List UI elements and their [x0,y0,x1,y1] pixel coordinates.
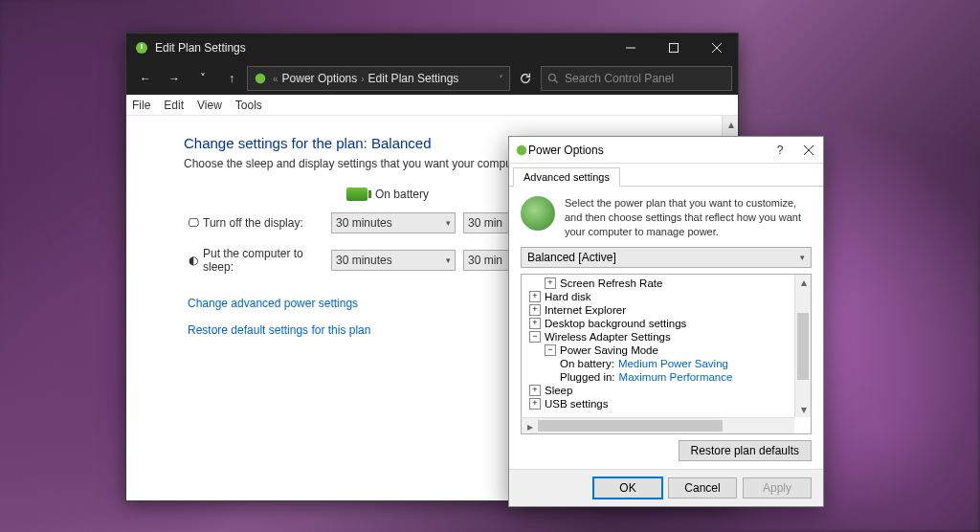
help-button[interactable]: ? [766,137,794,164]
power-icon [515,144,528,157]
expand-icon[interactable]: + [529,385,541,396]
breadcrumb-item[interactable]: Edit Plan Settings [368,72,459,85]
expand-icon[interactable]: + [529,398,541,410]
tree-leaf[interactable]: Plugged in:Maximum Performance [525,370,807,384]
row-label: Turn off the display: [203,216,331,230]
power-icon [134,40,149,55]
collapse-icon[interactable]: − [529,331,541,343]
tab-advanced-settings[interactable]: Advanced settings [513,167,620,187]
scrollbar-thumb[interactable] [531,420,723,432]
power-plan-select[interactable]: Balanced [Active] ▾ [521,247,812,268]
dialog-footer: OK Cancel Apply [509,469,823,506]
restore-plan-defaults-button[interactable]: Restore plan defaults [679,440,812,461]
horizontal-scrollbar[interactable]: ◂ ▸ [522,417,794,433]
menu-view[interactable]: View [197,99,222,112]
tree-node[interactable]: +Hard disk [525,290,807,303]
sleep-on-battery-select[interactable]: 30 minutes ▾ [331,250,456,271]
svg-point-6 [549,75,556,81]
apply-button[interactable]: Apply [743,477,812,499]
tree-node[interactable]: +Screen Refresh Rate [525,277,807,290]
refresh-button[interactable] [512,72,539,85]
cancel-button[interactable]: Cancel [668,477,737,499]
power-icon [254,72,267,85]
collapse-icon[interactable]: − [545,344,556,356]
tree-leaf[interactable]: On battery:Medium Power Saving [525,357,807,370]
close-button[interactable] [794,137,823,164]
power-options-dialog: Power Options ? Advanced settings Select… [508,136,824,507]
breadcrumb-item[interactable]: Power Options [282,72,358,85]
search-icon [547,73,559,84]
svg-line-7 [555,80,558,83]
chevron-down-icon[interactable]: ˅ [499,74,503,84]
address-bar: ← → ˅ ↑ « Power Options › Edit Plan Sett… [126,62,738,95]
ok-button[interactable]: OK [593,477,662,499]
menu-tools[interactable]: Tools [235,99,262,112]
scrollbar-thumb[interactable] [797,313,809,380]
tree-node[interactable]: −Wireless Adapter Settings [525,330,807,344]
menubar: File Edit View Tools [126,95,738,116]
tree-node[interactable]: +Internet Explorer [525,303,807,317]
chevron-right-icon: › [361,74,364,84]
minimize-button[interactable] [609,33,652,62]
sleep-icon: ◐ [184,254,203,267]
settings-tree[interactable]: +Screen Refresh Rate +Hard disk +Interne… [521,274,812,434]
chevron-down-icon: ▾ [446,255,451,265]
breadcrumb[interactable]: « Power Options › Edit Plan Settings ˅ [247,66,510,91]
expand-icon[interactable]: + [545,277,556,289]
titlebar[interactable]: Edit Plan Settings [126,33,738,62]
plugged-in-value[interactable]: Maximum Performance [619,371,733,383]
display-on-battery-select[interactable]: 30 minutes ▾ [331,212,456,233]
scroll-up-button[interactable]: ▴ [795,275,812,291]
vertical-scrollbar[interactable]: ▴ ▾ [794,275,811,417]
window-title: Edit Plan Settings [155,41,609,55]
chevron-down-icon: ▾ [446,218,451,228]
svg-rect-2 [669,44,678,53]
expand-icon[interactable]: + [529,291,541,302]
search-placeholder: Search Control Panel [565,72,674,85]
menu-file[interactable]: File [132,99,150,112]
expand-icon[interactable]: + [529,304,541,316]
chevron-left-icon: « [273,74,278,84]
chevron-down-icon: ▾ [800,253,805,262]
back-button[interactable]: ← [132,65,159,92]
dialog-body: Select the power plan that you want to c… [509,187,823,469]
svg-point-8 [517,144,527,155]
tab-strip: Advanced settings [509,164,823,187]
search-input[interactable]: Search Control Panel [541,66,732,91]
tree-node[interactable]: +Sleep [525,384,807,397]
close-button[interactable] [695,33,738,62]
expand-icon[interactable]: + [529,318,541,329]
recent-locations-button[interactable]: ˅ [189,65,216,92]
scroll-down-button[interactable]: ▾ [795,401,812,417]
up-button[interactable]: ↑ [218,65,245,92]
battery-icon [346,188,368,201]
tree-node[interactable]: +Desktop background settings [525,317,807,330]
tree-node[interactable]: −Power Saving Mode [525,344,807,357]
tree-node[interactable]: +USB settings [525,397,807,410]
maximize-button[interactable] [652,33,695,62]
dialog-title: Power Options [528,144,766,157]
dialog-intro-text: Select the power plan that you want to c… [565,196,812,239]
scroll-right-button[interactable]: ▸ [522,418,538,434]
forward-button[interactable]: → [161,65,188,92]
row-label: Put the computer to sleep: [203,247,331,274]
dialog-titlebar[interactable]: Power Options ? [509,137,823,164]
scroll-up-button[interactable]: ▴ [723,116,738,132]
svg-point-5 [256,74,266,84]
on-battery-value[interactable]: Medium Power Saving [618,358,728,369]
power-plan-icon [521,196,555,231]
menu-edit[interactable]: Edit [164,99,184,112]
display-icon: 🖵 [184,216,203,230]
